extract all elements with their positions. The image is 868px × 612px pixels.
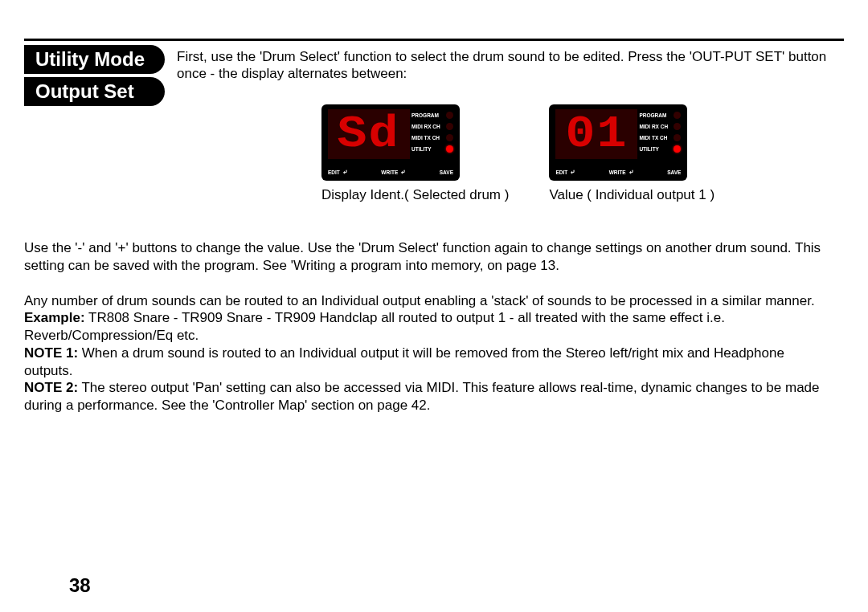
note2-text: The stereo output 'Pan' setting can also… bbox=[24, 380, 820, 413]
label-utility: UTILITY bbox=[411, 146, 432, 152]
enter-icon: ⤶ bbox=[628, 169, 634, 176]
label-midi-tx: MIDI TX CH bbox=[411, 135, 440, 141]
label-edit: EDIT bbox=[328, 169, 340, 175]
label-program: PROGRAM bbox=[639, 112, 666, 118]
segment-value-2: 01 bbox=[565, 112, 628, 157]
page-number: 38 bbox=[69, 574, 91, 597]
para2-intro: Any number of drum sounds can be routed … bbox=[24, 293, 815, 308]
led-utility bbox=[446, 145, 453, 153]
led-midi-tx bbox=[446, 134, 453, 141]
led-program bbox=[674, 112, 681, 119]
label-edit: EDIT bbox=[555, 169, 567, 175]
note1-text: When a drum sound is routed to an Indivi… bbox=[24, 345, 784, 378]
label-utility: UTILITY bbox=[639, 146, 659, 152]
example-text: TR808 Snare - TR909 Snare - TR909 Handcl… bbox=[24, 310, 725, 343]
label-write: WRITE bbox=[609, 169, 626, 175]
display-1: Sd PROGRAM MIDI RX CH MIDI TX CH UTILITY… bbox=[321, 104, 460, 181]
body-text: Use the '-' and '+' buttons to change th… bbox=[24, 239, 836, 414]
display-figures: Sd PROGRAM MIDI RX CH MIDI TX CH UTILITY… bbox=[321, 104, 714, 203]
enter-icon: ⤶ bbox=[342, 169, 348, 176]
label-midi-tx: MIDI TX CH bbox=[639, 135, 667, 141]
label-write: WRITE bbox=[381, 169, 398, 175]
led-utility bbox=[674, 145, 681, 153]
display-1-caption: Display Ident.( Selected drum ) bbox=[321, 187, 509, 203]
label-save: SAVE bbox=[440, 169, 453, 175]
display-2-bottom-labels: EDIT⤶ WRITE⤶ SAVE bbox=[555, 169, 681, 176]
enter-icon: ⤶ bbox=[570, 169, 575, 176]
display-2-caption: Value ( Individual output 1 ) bbox=[549, 187, 714, 203]
label-program: PROGRAM bbox=[411, 112, 439, 118]
note2-label: NOTE 2: bbox=[24, 380, 78, 395]
label-midi-rx: MIDI RX CH bbox=[639, 124, 668, 129]
led-midi-rx bbox=[674, 123, 681, 130]
example-label: Example: bbox=[24, 310, 85, 325]
display-1-column: Sd PROGRAM MIDI RX CH MIDI TX CH UTILITY… bbox=[321, 104, 509, 203]
paragraph-2: Any number of drum sounds can be routed … bbox=[24, 292, 836, 414]
note1-label: NOTE 1: bbox=[24, 345, 78, 361]
enter-icon: ⤶ bbox=[400, 169, 406, 176]
display-2-side-labels: PROGRAM MIDI RX CH MIDI TX CH UTILITY bbox=[639, 111, 681, 153]
led-midi-tx bbox=[674, 134, 681, 141]
display-2-column: 01 PROGRAM MIDI RX CH MIDI TX CH UTILITY… bbox=[549, 104, 714, 203]
segment-display-1: Sd bbox=[328, 109, 410, 159]
segment-display-2: 01 bbox=[555, 109, 637, 159]
intro-paragraph: First, use the 'Drum Select' function to… bbox=[177, 48, 836, 83]
label-save: SAVE bbox=[667, 169, 681, 175]
display-1-side-labels: PROGRAM MIDI RX CH MIDI TX CH UTILITY bbox=[411, 111, 453, 153]
heading-line-1: Utility Mode bbox=[24, 45, 165, 74]
paragraph-1: Use the '-' and '+' buttons to change th… bbox=[24, 239, 836, 275]
label-midi-rx: MIDI RX CH bbox=[411, 124, 440, 129]
top-rule bbox=[24, 39, 844, 41]
display-2: 01 PROGRAM MIDI RX CH MIDI TX CH UTILITY… bbox=[549, 104, 687, 181]
display-1-bottom-labels: EDIT⤶ WRITE⤶ SAVE bbox=[328, 169, 453, 176]
segment-value-1: Sd bbox=[338, 112, 400, 157]
led-program bbox=[446, 112, 453, 119]
heading-line-2: Output Set bbox=[24, 77, 165, 106]
led-midi-rx bbox=[446, 123, 453, 130]
section-heading: Utility Mode Output Set bbox=[24, 45, 165, 109]
